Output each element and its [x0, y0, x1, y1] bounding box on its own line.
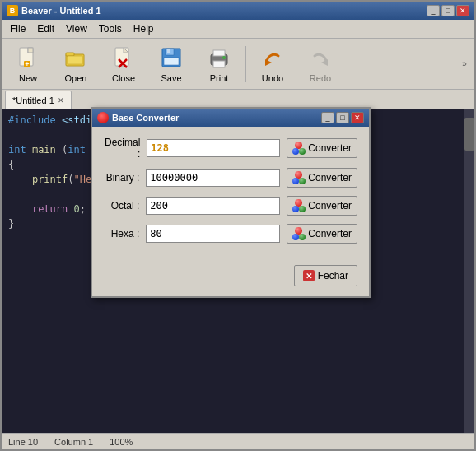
base-converter-dialog: Base Converter _ □ ✕ Decimal : Converter: [91, 107, 371, 298]
close-label: Close: [112, 73, 135, 83]
toolbar-separator: [245, 46, 246, 82]
fechar-label: Fechar: [318, 270, 348, 281]
save-label: Save: [161, 73, 181, 83]
window-title: Beaver - Untitled 1: [21, 6, 101, 16]
new-button[interactable]: + New: [5, 42, 51, 86]
svg-rect-14: [164, 58, 179, 65]
svg-rect-18: [213, 61, 225, 67]
converter-icon-binary: [292, 171, 306, 184]
hexa-label: Hexa :: [104, 228, 139, 239]
dialog-maximize-button[interactable]: □: [336, 112, 349, 123]
maximize-button[interactable]: □: [441, 5, 455, 16]
status-bar: Line 10 Column 1 100%: [2, 433, 474, 449]
close-button[interactable]: Close: [100, 42, 147, 86]
octal-converter-button[interactable]: Converter: [287, 196, 357, 216]
print-icon: [206, 45, 232, 72]
converter-icon-green-4: [299, 234, 306, 240]
editor-scrollbar-thumb: [464, 118, 474, 151]
menu-view[interactable]: View: [61, 21, 92, 36]
converter-icon-green: [299, 148, 306, 155]
decimal-label: Decimal :: [104, 137, 140, 160]
octal-input[interactable]: [146, 197, 280, 215]
menu-file[interactable]: File: [5, 21, 30, 36]
converter-icon-hexa: [292, 227, 306, 240]
dialog-title-text: Base Converter: [112, 113, 321, 123]
tab-label: *Untitled 1: [12, 95, 54, 105]
binary-input[interactable]: [146, 169, 280, 187]
binary-converter-label: Converter: [308, 172, 352, 184]
tab-untitled1[interactable]: *Untitled 1 ✕: [5, 91, 72, 109]
dialog-close-button[interactable]: ✕: [351, 112, 364, 123]
binary-converter-button[interactable]: Converter: [287, 168, 357, 188]
converter-icon-decimal: [292, 142, 306, 155]
svg-rect-2: [28, 48, 33, 53]
tab-close-icon[interactable]: ✕: [58, 96, 64, 105]
converter-icon-octal: [292, 199, 306, 212]
svg-marker-21: [321, 59, 328, 66]
hexa-input[interactable]: [146, 225, 280, 243]
redo-button[interactable]: Redo: [297, 42, 343, 86]
menu-tools[interactable]: Tools: [94, 21, 127, 36]
fechar-button[interactable]: ✕ Fechar: [294, 265, 357, 286]
hexa-converter-button[interactable]: Converter: [287, 224, 357, 244]
app-icon: B: [7, 5, 18, 16]
close-icon: [110, 45, 137, 72]
decimal-converter-button[interactable]: Converter: [287, 138, 357, 158]
dialog-title-icon: [97, 112, 109, 123]
print-label: Print: [210, 73, 229, 83]
redo-icon: [307, 45, 334, 72]
binary-row: Binary : Converter: [104, 168, 357, 188]
dialog-title-bar: Base Converter _ □ ✕: [92, 109, 369, 127]
octal-row: Octal : Converter: [104, 196, 357, 216]
save-icon: [158, 45, 184, 72]
print-button[interactable]: Print: [196, 42, 242, 86]
redo-label: Redo: [310, 73, 331, 83]
svg-rect-7: [68, 56, 82, 64]
toolbar: + New Open: [2, 39, 474, 90]
status-zoom: 100%: [110, 437, 133, 447]
menu-bar: File Edit View Tools Help: [2, 20, 474, 39]
svg-rect-17: [213, 50, 225, 56]
dialog-footer: ✕ Fechar: [92, 262, 369, 296]
undo-icon: [259, 45, 286, 72]
fechar-icon: ✕: [303, 270, 315, 281]
undo-label: Undo: [262, 73, 283, 83]
decimal-row: Decimal : Converter: [104, 137, 357, 160]
menu-help[interactable]: Help: [128, 21, 159, 36]
undo-button[interactable]: Undo: [250, 42, 296, 86]
svg-rect-15: [167, 49, 170, 53]
status-line: Line 10: [8, 437, 38, 447]
save-button[interactable]: Save: [148, 42, 194, 86]
minimize-button[interactable]: _: [427, 5, 440, 16]
octal-converter-label: Converter: [308, 200, 352, 212]
svg-point-19: [222, 56, 226, 59]
svg-text:+: +: [25, 60, 29, 68]
title-bar: B Beaver - Untitled 1 _ □ ✕: [2, 2, 474, 20]
converter-icon-green-2: [299, 178, 306, 184]
binary-label: Binary :: [104, 172, 139, 184]
hexa-converter-label: Converter: [308, 228, 352, 239]
status-column: Column 1: [54, 437, 93, 447]
new-icon: +: [15, 45, 41, 72]
open-label: Open: [65, 73, 87, 83]
dialog-overlay: Base Converter _ □ ✕ Decimal : Converter: [91, 107, 371, 298]
open-icon: [63, 45, 89, 72]
converter-icon-green-3: [299, 206, 306, 212]
decimal-input[interactable]: [147, 139, 280, 157]
title-bar-controls: _ □ ✕: [427, 5, 469, 16]
decimal-converter-label: Converter: [308, 142, 352, 154]
open-button[interactable]: Open: [53, 42, 99, 86]
editor-scrollbar[interactable]: [464, 109, 474, 433]
new-label: New: [19, 73, 37, 83]
close-window-button[interactable]: ✕: [456, 5, 469, 16]
dialog-minimize-button[interactable]: _: [321, 112, 334, 123]
title-bar-left: B Beaver - Untitled 1: [7, 5, 101, 16]
svg-rect-6: [66, 53, 74, 56]
menu-edit[interactable]: Edit: [32, 21, 59, 36]
octal-label: Octal :: [104, 200, 139, 212]
dialog-title-controls: _ □ ✕: [321, 112, 364, 123]
toolbar-expand-button[interactable]: »: [458, 58, 471, 71]
svg-marker-20: [265, 59, 272, 66]
hexa-row: Hexa : Converter: [104, 224, 357, 244]
dialog-content: Decimal : Converter Binary : Convert: [92, 127, 369, 262]
